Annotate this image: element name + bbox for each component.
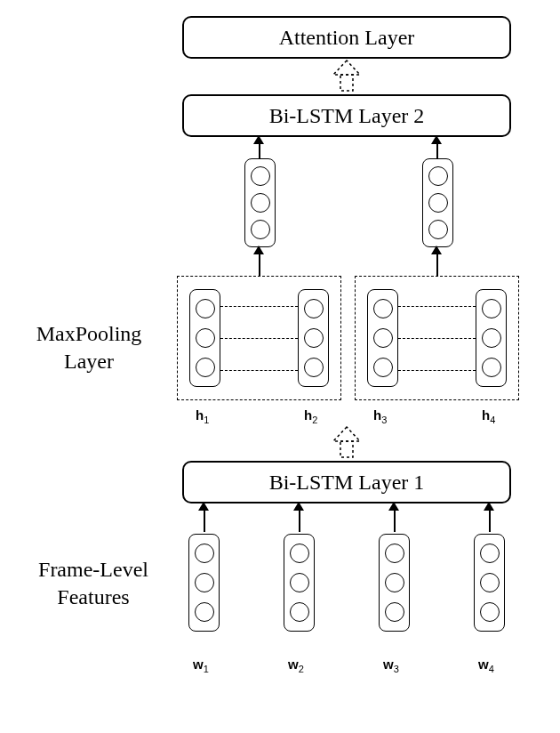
w-label: w4 [478,656,494,674]
arrow-head-icon [388,502,399,511]
node-circle [251,220,270,239]
dashed-up-arrow-icon [324,425,369,461]
h-vector [298,289,329,387]
svg-marker-0 [333,60,360,75]
node-circle [196,299,215,318]
node-circle [428,166,448,186]
w-vector [379,534,410,632]
svg-rect-1 [340,75,353,91]
w-vector [188,534,220,632]
diagram-canvas: Attention Layer Bi-LSTM Layer 2 MaxPooli… [0,0,560,733]
node-circle [428,220,448,239]
node-circle [304,358,324,377]
node-circle [373,358,393,377]
dashed-connector [398,370,476,371]
node-circle [251,193,270,213]
arrow-head-icon [253,246,264,254]
h-label: h3 [373,407,387,425]
node-circle [480,573,500,592]
arrow-icon [394,507,396,532]
maxpool-line2: Layer [64,350,114,373]
h-vector [189,289,220,387]
node-circle [304,328,324,348]
node-circle [480,544,500,563]
node-circle [428,193,448,213]
node-circle [373,299,393,318]
h-label: h2 [304,407,317,425]
node-circle [195,573,214,592]
w-vector [474,534,505,632]
dashed-connector [220,306,298,307]
node-circle [385,544,404,563]
w-label: w1 [193,656,209,674]
bilstm2-layer-box: Bi-LSTM Layer 2 [182,94,511,137]
node-circle [385,602,404,622]
node-circle [196,328,215,348]
arrow-icon [259,251,260,276]
svg-marker-2 [333,427,360,441]
bilstm1-layer-label: Bi-LSTM Layer 1 [269,471,425,495]
node-circle [482,299,501,318]
pooled-vector [422,158,453,247]
node-circle [385,573,404,592]
w-label: w2 [288,656,304,674]
arrow-head-icon [431,135,442,144]
node-circle [290,573,309,592]
dashed-connector [220,370,298,371]
w-label: w3 [383,656,399,674]
framefeat-line1: Frame-Level [38,558,148,581]
node-circle [195,544,214,563]
dashed-connector [220,338,298,339]
maxpool-line1: MaxPooling [36,322,142,345]
arrow-icon [204,507,205,532]
node-circle [482,328,501,348]
maxpooling-label: MaxPooling Layer [18,320,160,375]
arrow-head-icon [484,502,494,511]
node-circle [482,358,501,377]
node-circle [195,602,214,622]
framefeat-line2: Features [57,585,129,608]
arrow-head-icon [198,502,209,511]
h-label: h4 [482,407,495,425]
node-circle [373,328,393,348]
node-circle [290,544,309,563]
node-circle [304,299,324,318]
h-label: h1 [196,407,209,425]
attention-layer-label: Attention Layer [279,26,415,50]
dashed-connector [398,338,476,339]
frame-features-label: Frame-Level Features [18,556,169,611]
dashed-connector [398,306,476,307]
attention-layer-box: Attention Layer [182,16,511,59]
dashed-up-arrow-icon [324,59,369,94]
bilstm1-layer-box: Bi-LSTM Layer 1 [182,461,511,503]
node-circle [480,602,500,622]
node-circle [251,166,270,186]
arrow-head-icon [293,502,304,511]
svg-rect-3 [340,441,353,457]
w-vector [284,534,315,632]
h-vector [367,289,398,387]
h-vector [476,289,507,387]
arrow-head-icon [253,135,264,144]
bilstm2-layer-label: Bi-LSTM Layer 2 [269,104,425,128]
pooled-vector [244,158,276,247]
arrow-icon [436,251,438,276]
node-circle [290,602,309,622]
arrow-icon [299,507,300,532]
arrow-icon [489,507,491,532]
node-circle [196,358,215,377]
arrow-head-icon [431,246,442,254]
